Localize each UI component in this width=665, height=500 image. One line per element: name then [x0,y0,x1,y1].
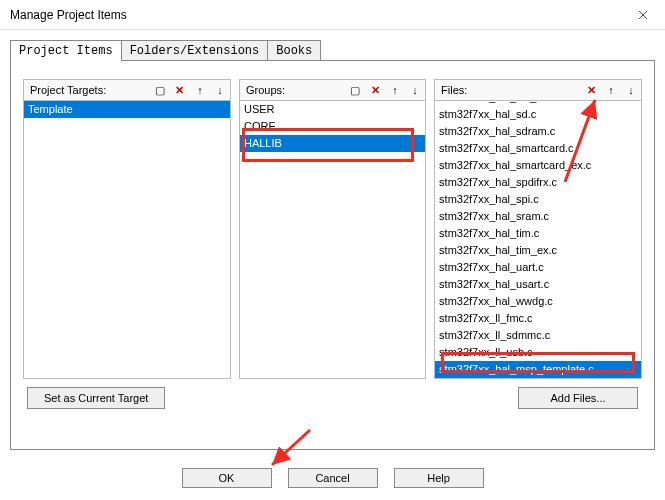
window-title: Manage Project Items [10,8,620,22]
groups-label: Groups: [240,84,345,96]
list-item[interactable]: stm32f7xx_hal_sd.c [435,106,641,123]
list-item[interactable]: stm32f7xx_ll_fmc.c [435,310,641,327]
list-item[interactable]: stm32f7xx_hal_wwdg.c [435,293,641,310]
delete-icon: ✕ [587,84,596,97]
groups-new-button[interactable]: ▢ [345,80,365,100]
column-targets: Project Targets: ▢ ✕ ↑ ↓ Template [23,79,231,379]
arrow-up-icon: ↑ [392,84,398,96]
tab-books[interactable]: Books [267,40,321,61]
delete-icon: ✕ [371,84,380,97]
arrow-up-icon: ↑ [608,84,614,96]
list-item[interactable]: stm32f7xx_hal_smartcard.c [435,140,641,157]
list-item[interactable]: stm32f7xx_hal_msp_template.c [435,361,641,378]
targets-up-button[interactable]: ↑ [190,80,210,100]
list-item[interactable]: USER [240,101,425,118]
tab-folders-extensions[interactable]: Folders/Extensions [121,40,269,61]
column-groups: Groups: ▢ ✕ ↑ ↓ USERCOREHALLIB [239,79,426,379]
files-label: Files: [435,84,581,96]
tab-label: Folders/Extensions [130,44,260,58]
list-item[interactable]: stm32f7xx_hal_smartcard_ex.c [435,157,641,174]
tabstrip: Project Items Folders/Extensions Books [10,40,655,61]
bottom-button-row: OK Cancel Help [0,468,665,488]
groups-listbox[interactable]: USERCOREHALLIB [239,101,426,379]
groups-up-button[interactable]: ↑ [385,80,405,100]
groups-down-button[interactable]: ↓ [405,80,425,100]
list-item[interactable]: stm32f7xx_hal_sdram.c [435,123,641,140]
list-item[interactable]: Template [24,101,230,118]
tab-panel: Project Targets: ▢ ✕ ↑ ↓ Template Groups… [10,60,655,450]
list-item[interactable]: CORE [240,118,425,135]
list-item[interactable]: stm32f7xx_hal_tim_ex.c [435,242,641,259]
list-item[interactable]: stm32f7xx_hal_sram.c [435,208,641,225]
tab-project-items[interactable]: Project Items [10,40,122,61]
new-icon: ▢ [155,84,165,97]
list-item[interactable]: stm32f7xx_hal_spi.c [435,191,641,208]
arrow-up-icon: ↑ [197,84,203,96]
groups-delete-button[interactable]: ✕ [365,80,385,100]
arrow-down-icon: ↓ [628,84,634,96]
list-item[interactable]: stm32f7xx_hal_spdifrx.c [435,174,641,191]
files-listbox[interactable]: stm32f7xx_hal_sai_ex.cstm32f7xx_hal_sd.c… [434,101,642,379]
targets-down-button[interactable]: ↓ [210,80,230,100]
ok-button[interactable]: OK [182,468,272,488]
titlebar: Manage Project Items [0,0,665,30]
files-delete-button[interactable]: ✕ [581,80,601,100]
targets-new-button[interactable]: ▢ [150,80,170,100]
files-down-button[interactable]: ↓ [621,80,641,100]
tab-label: Books [276,44,312,58]
column-files: Files: ✕ ↑ ↓ stm32f7xx_hal_sai_ex.cstm32… [434,79,642,379]
add-files-button[interactable]: Add Files... [518,387,638,409]
new-icon: ▢ [350,84,360,97]
cancel-button[interactable]: Cancel [288,468,378,488]
targets-label: Project Targets: [24,84,150,96]
close-button[interactable] [620,0,665,30]
list-item[interactable]: stm32f7xx_ll_sdmmc.c [435,327,641,344]
list-item[interactable]: stm32f7xx_ll_usb.c [435,344,641,361]
help-button[interactable]: Help [394,468,484,488]
files-up-button[interactable]: ↑ [601,80,621,100]
list-item[interactable]: HALLIB [240,135,425,152]
arrow-down-icon: ↓ [217,84,223,96]
close-icon [638,10,648,20]
set-current-target-button[interactable]: Set as Current Target [27,387,165,409]
tab-label: Project Items [19,44,113,58]
delete-icon: ✕ [175,84,184,97]
arrow-down-icon: ↓ [412,84,418,96]
list-item[interactable]: stm32f7xx_hal_tim.c [435,225,641,242]
targets-delete-button[interactable]: ✕ [170,80,190,100]
list-item[interactable]: stm32f7xx_hal_uart.c [435,259,641,276]
targets-listbox[interactable]: Template [23,101,231,379]
list-item[interactable]: stm32f7xx_hal_usart.c [435,276,641,293]
